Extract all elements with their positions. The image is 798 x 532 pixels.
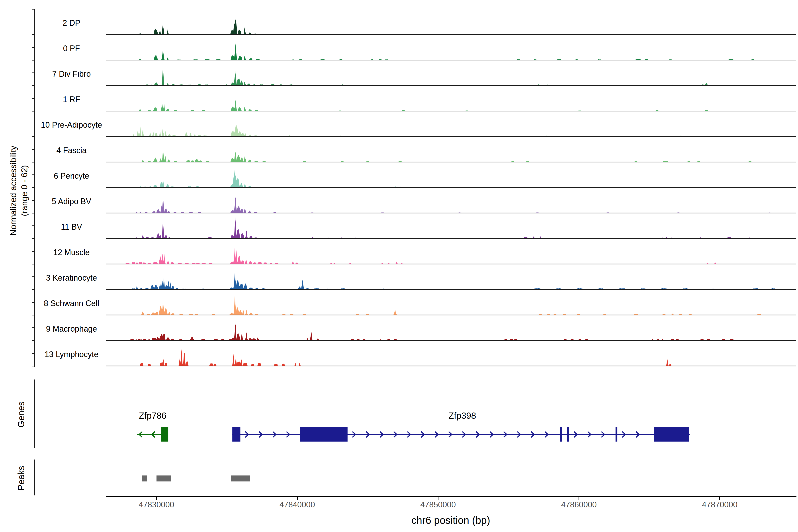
x-tick — [719, 497, 720, 500]
track-coverage-svg — [106, 341, 796, 366]
track-label: 3 Keratinocyte — [40, 273, 103, 283]
track-label: 5 Adipo BV — [40, 196, 103, 207]
coverage-area — [106, 349, 796, 366]
coverage-area — [106, 43, 796, 60]
x-tick — [297, 497, 298, 500]
track-coverage-svg — [106, 239, 796, 264]
gene-label: Zfp398 — [418, 411, 507, 421]
gene-label: Zfp786 — [108, 411, 197, 421]
coverage-area — [106, 197, 796, 213]
track-coverage-svg — [106, 163, 796, 188]
x-tick-label: 47830000 — [130, 500, 183, 509]
track-coverage-svg — [106, 112, 796, 137]
y-axis-label-line1: Normalized accessibility — [8, 146, 19, 235]
y-axis-label-line2: (range 0 - 62) — [19, 146, 30, 235]
x-tick — [156, 497, 157, 500]
track-label: 9 Macrophage — [40, 324, 103, 334]
track-label: 11 BV — [40, 222, 103, 232]
coverage-area — [106, 296, 796, 315]
track-label: 4 Fascia — [40, 145, 103, 156]
coverage-area — [106, 148, 796, 162]
genes-section-label: Genes — [16, 401, 26, 428]
coverage-area — [106, 19, 796, 35]
track-coverage-svg — [106, 10, 796, 35]
peaks-section-label: Peaks — [16, 466, 26, 490]
x-tick-label: 47840000 — [271, 500, 324, 509]
x-tick-label: 47860000 — [552, 500, 606, 509]
coverage-area — [106, 323, 796, 341]
track-coverage-svg — [106, 35, 796, 60]
peak-interval-box — [142, 475, 147, 481]
coverage-area — [106, 273, 796, 290]
coverage-area — [106, 248, 796, 264]
track-label: 12 Muscle — [40, 247, 103, 258]
y-axis-label: Normalized accessibility (range 0 - 62) — [8, 146, 30, 235]
track-label: 0 PF — [40, 43, 103, 54]
track-label: 7 Div Fibro — [40, 69, 103, 79]
track-coverage-svg — [106, 264, 796, 290]
peak-interval-box — [231, 475, 250, 481]
gene-model — [232, 428, 690, 441]
track-coverage-svg — [106, 213, 796, 239]
x-axis-line — [106, 496, 796, 497]
track-coverage-svg — [106, 137, 796, 163]
track-label: 6 Pericyte — [40, 171, 103, 181]
coverage-area — [106, 100, 796, 111]
track-coverage-svg — [106, 290, 796, 316]
coverage-area — [106, 217, 796, 239]
coverage-area — [106, 65, 796, 86]
x-tick-label: 47850000 — [412, 500, 464, 509]
x-axis-title: chr6 position (bp) — [106, 514, 796, 526]
track-label: 10 Pre-Adipocyte — [40, 120, 103, 130]
tracks-axis-ticks — [32, 9, 34, 367]
x-tick-label: 47870000 — [693, 500, 746, 509]
track-coverage-svg — [106, 60, 796, 86]
track-coverage-svg — [106, 316, 796, 341]
track-coverage-svg — [106, 86, 796, 112]
tracks-axis-line — [34, 9, 35, 367]
coverage-area — [106, 124, 796, 137]
genes-bracket-line — [34, 380, 35, 448]
peak-interval-box — [156, 475, 171, 481]
gene-model — [137, 428, 168, 441]
peaks-bracket-line — [34, 459, 35, 495]
track-label: 8 Schwann Cell — [40, 298, 103, 309]
x-tick — [438, 497, 438, 500]
coverage-area — [106, 170, 796, 188]
track-label: 1 RF — [40, 94, 103, 105]
track-label: 13 Lymphocyte — [40, 349, 103, 360]
track-label: 2 DP — [40, 18, 103, 28]
track-coverage-svg — [106, 188, 796, 213]
x-tick — [578, 497, 579, 500]
coverage-plot-figure: Normalized accessibility (range 0 - 62) … — [0, 0, 798, 532]
